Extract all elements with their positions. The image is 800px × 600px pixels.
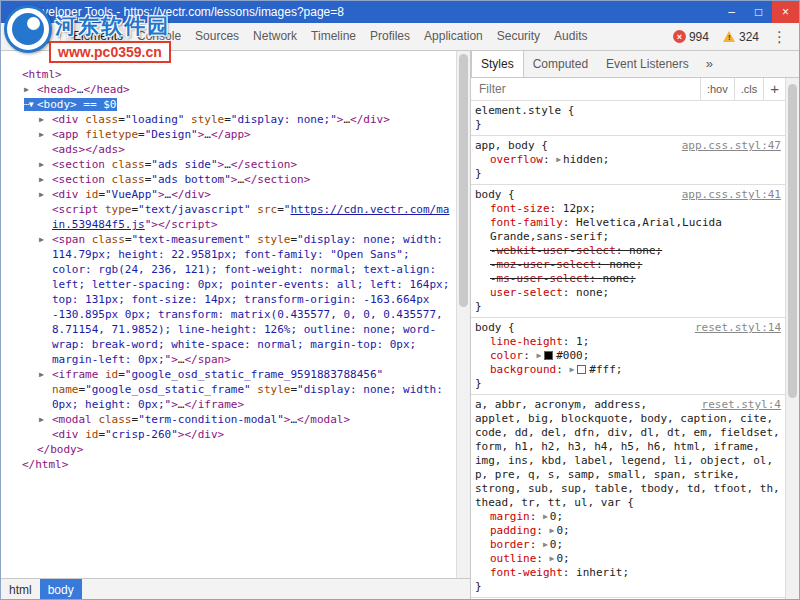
dom-tree-scrollbar[interactable]: [456, 51, 470, 578]
css-property[interactable]: -ms-user-select: none;: [475, 272, 781, 286]
collapse-arrow-icon[interactable]: ⋯▼: [24, 97, 37, 112]
css-property-name: outline: [490, 552, 536, 565]
stylesheet-link[interactable]: reset.styl:4: [702, 398, 781, 412]
scrollbar-thumb[interactable]: [788, 84, 797, 398]
expand-arrow-icon[interactable]: ▶: [39, 412, 52, 427]
dom-node[interactable]: ▶<iframe id="google_osd_static_frame_959…: [1, 367, 455, 412]
tab-security[interactable]: Security: [490, 23, 547, 50]
css-property[interactable]: background: ▶#fff;: [475, 363, 781, 377]
expand-arrow-icon[interactable]: ▶: [39, 172, 52, 187]
dom-node[interactable]: ▶<modal class="term-condition-modal">…</…: [1, 412, 455, 427]
rule-selector[interactable]: body: [475, 188, 502, 201]
rule-selector[interactable]: a, abbr, acronym, address, applet, big, …: [475, 398, 780, 509]
hov-toggle[interactable]: :hov: [700, 78, 734, 100]
console-warnings-badge[interactable]: ! 324: [718, 28, 763, 46]
expand-arrow-icon[interactable]: ▶: [550, 554, 555, 563]
css-property[interactable]: color: ▶#000;: [475, 349, 781, 363]
css-property-name: background: [490, 363, 556, 376]
expand-arrow-icon[interactable]: ▶: [24, 82, 37, 97]
rule-selector[interactable]: app, body: [475, 139, 535, 152]
css-property[interactable]: line-height: 1;: [475, 335, 781, 349]
dom-node[interactable]: </html>: [1, 457, 455, 472]
tab-audits[interactable]: Audits: [547, 23, 594, 50]
css-property[interactable]: font-weight: inherit;: [475, 566, 781, 580]
tab-application[interactable]: Application: [417, 23, 490, 50]
css-property[interactable]: -moz-user-select: none;: [475, 258, 781, 272]
inspect-icon[interactable]: [5, 26, 30, 47]
tab-console[interactable]: Console: [130, 23, 188, 50]
rule-selector[interactable]: body: [475, 321, 502, 334]
dom-node[interactable]: ▶<div id="VueApp">…</div>: [1, 187, 455, 202]
css-property[interactable]: font-family: Helvetica,Arial,Lucida Gran…: [475, 216, 781, 244]
dom-node[interactable]: ▶<app filetype="Design">…</app>: [1, 127, 455, 142]
css-property[interactable]: outline: ▶0;: [475, 552, 781, 566]
device-toolbar-icon[interactable]: [30, 26, 55, 47]
close-button[interactable]: ×: [772, 1, 799, 23]
dom-node[interactable]: <html>: [1, 67, 455, 82]
styles-scrollbar[interactable]: [785, 78, 799, 600]
expand-arrow-icon[interactable]: ▶: [39, 232, 52, 247]
expand-arrow-icon[interactable]: ▶: [39, 367, 52, 382]
tab-sources[interactable]: Sources: [188, 23, 246, 50]
indent-spacer: [39, 427, 52, 442]
indent-spacer: [39, 142, 52, 157]
tab-timeline[interactable]: Timeline: [304, 23, 363, 50]
cls-toggle[interactable]: .cls: [734, 78, 764, 100]
expand-arrow-icon[interactable]: ▶: [550, 526, 555, 535]
tab-computed[interactable]: Computed: [524, 51, 597, 77]
dom-node[interactable]: </body>: [1, 442, 455, 457]
dom-node[interactable]: ▶<section class="ads bottom">…</section>: [1, 172, 455, 187]
kebab-menu-icon[interactable]: ⋮: [768, 28, 791, 46]
crumb-body[interactable]: body: [40, 579, 82, 600]
tab-styles[interactable]: Styles: [471, 51, 524, 77]
tab-elements[interactable]: Elements: [66, 23, 130, 50]
css-property[interactable]: padding: ▶0;: [475, 524, 781, 538]
maximize-button[interactable]: □: [745, 1, 772, 23]
expand-arrow-icon[interactable]: ▶: [39, 127, 52, 142]
dom-node[interactable]: ▶<span class="text-measurement" style="d…: [1, 232, 455, 367]
css-property-value: 12px: [563, 202, 590, 215]
expand-arrow-icon[interactable]: ▶: [556, 155, 561, 164]
crumb-html[interactable]: html: [1, 579, 40, 600]
dom-node[interactable]: ▶<head>…</head>: [1, 82, 455, 97]
expand-arrow-icon[interactable]: ▶: [39, 187, 52, 202]
dom-node[interactable]: ⋯▼<body> == $0: [1, 97, 455, 112]
error-count: 994: [689, 30, 709, 44]
dom-node[interactable]: <ads></ads>: [1, 142, 455, 157]
expand-arrow-icon[interactable]: ▶: [543, 512, 548, 521]
stylesheet-link[interactable]: app.css.styl:41: [682, 188, 781, 202]
css-property[interactable]: -webkit-user-select: none;: [475, 244, 781, 258]
stylesheet-link[interactable]: reset.styl:14: [695, 321, 781, 335]
filter-input[interactable]: [477, 81, 700, 97]
minimize-button[interactable]: –: [718, 1, 745, 23]
dom-node[interactable]: ▶<div class="loading" style="display: no…: [1, 112, 455, 127]
stylesheet-link[interactable]: app.css.styl:47: [682, 139, 781, 153]
expand-arrow-icon[interactable]: ▶: [569, 365, 574, 374]
css-property-value: none: [629, 244, 656, 257]
error-icon: ×: [673, 30, 686, 43]
css-property-name: font-size: [490, 202, 550, 215]
expand-arrow-icon[interactable]: ▶: [39, 157, 52, 172]
rule-selector[interactable]: element.style: [475, 104, 561, 117]
dom-node[interactable]: <script type="text/javascript" src="http…: [1, 202, 455, 232]
css-property[interactable]: user-select: none;: [475, 286, 781, 300]
expand-arrow-icon[interactable]: ▶: [39, 112, 52, 127]
devtools-window: Developer Tools - https://vectr.com/less…: [0, 0, 800, 600]
overflow-tabs-chevron[interactable]: »: [700, 51, 719, 77]
expand-arrow-icon[interactable]: ▶: [536, 351, 541, 360]
tab-event-listeners[interactable]: Event Listeners: [597, 51, 698, 77]
dom-node[interactable]: ▶<section class="ads side">…</section>: [1, 157, 455, 172]
tab-profiles[interactable]: Profiles: [363, 23, 417, 50]
tab-network[interactable]: Network: [246, 23, 304, 50]
css-property[interactable]: border: ▶0;: [475, 538, 781, 552]
new-style-rule-button[interactable]: +: [763, 78, 785, 100]
dom-node[interactable]: <div id="crisp-260"></div>: [1, 427, 455, 442]
css-property[interactable]: margin: ▶0;: [475, 510, 781, 524]
color-swatch-icon: [577, 365, 586, 374]
console-errors-badge[interactable]: × 994: [669, 28, 713, 46]
css-property[interactable]: overflow: ▶hidden;: [475, 153, 781, 167]
scrollbar-thumb[interactable]: [459, 54, 468, 307]
css-property[interactable]: font-size: 12px;: [475, 202, 781, 216]
css-property-name: line-height: [490, 335, 563, 348]
expand-arrow-icon[interactable]: ▶: [543, 540, 548, 549]
